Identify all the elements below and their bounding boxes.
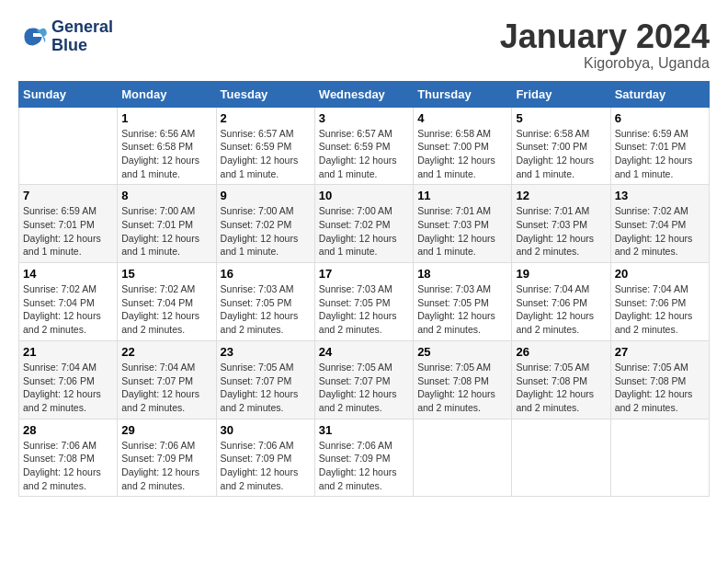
day-number: 14 (23, 267, 113, 281)
calendar-cell: 16Sunrise: 7:03 AMSunset: 7:05 PMDayligh… (216, 263, 314, 341)
day-number: 20 (615, 267, 705, 281)
calendar-cell: 26Sunrise: 7:05 AMSunset: 7:08 PMDayligh… (512, 340, 610, 419)
day-info: Sunrise: 6:58 AMSunset: 7:00 PMDaylight:… (516, 127, 606, 181)
day-info: Sunrise: 7:02 AMSunset: 7:04 PMDaylight:… (121, 282, 211, 337)
calendar-cell: 7Sunrise: 6:59 AMSunset: 7:01 PMDaylight… (19, 185, 118, 263)
day-info: Sunrise: 7:06 AMSunset: 7:09 PMDaylight:… (121, 439, 211, 493)
calendar-cell (610, 419, 709, 497)
week-row-2: 7Sunrise: 6:59 AMSunset: 7:01 PMDaylight… (19, 185, 710, 263)
header-thursday: Thursday (414, 81, 512, 107)
calendar-cell: 13Sunrise: 7:02 AMSunset: 7:04 PMDayligh… (610, 185, 709, 263)
day-info: Sunrise: 7:05 AMSunset: 7:08 PMDaylight:… (516, 361, 606, 415)
calendar-cell: 17Sunrise: 7:03 AMSunset: 7:05 PMDayligh… (314, 263, 413, 341)
day-info: Sunrise: 6:58 AMSunset: 7:00 PMDaylight:… (417, 127, 507, 181)
week-row-1: 1Sunrise: 6:56 AMSunset: 6:58 PMDaylight… (19, 107, 710, 185)
header-friday: Friday (512, 81, 610, 107)
day-info: Sunrise: 7:04 AMSunset: 7:07 PMDaylight:… (121, 361, 211, 415)
day-info: Sunrise: 7:04 AMSunset: 7:06 PMDaylight:… (615, 282, 705, 337)
logo: General Blue (18, 18, 113, 55)
month-year: January 2024 (500, 18, 710, 55)
day-info: Sunrise: 7:04 AMSunset: 7:06 PMDaylight:… (516, 282, 606, 337)
calendar-cell (512, 419, 610, 497)
calendar-cell: 22Sunrise: 7:04 AMSunset: 7:07 PMDayligh… (118, 340, 216, 419)
day-info: Sunrise: 6:56 AMSunset: 6:58 PMDaylight:… (121, 127, 211, 181)
day-number: 16 (221, 267, 311, 281)
calendar-cell: 9Sunrise: 7:00 AMSunset: 7:02 PMDaylight… (216, 185, 314, 263)
day-number: 17 (319, 267, 409, 281)
day-info: Sunrise: 7:06 AMSunset: 7:09 PMDaylight:… (319, 439, 409, 493)
day-number: 9 (221, 189, 311, 202)
calendar-cell: 14Sunrise: 7:02 AMSunset: 7:04 PMDayligh… (19, 263, 118, 341)
day-info: Sunrise: 6:59 AMSunset: 7:01 PMDaylight:… (23, 204, 113, 259)
day-number: 30 (221, 423, 311, 437)
calendar-cell: 15Sunrise: 7:02 AMSunset: 7:04 PMDayligh… (118, 263, 216, 341)
day-info: Sunrise: 7:04 AMSunset: 7:06 PMDaylight:… (23, 361, 113, 415)
location: Kigorobya, Uganda (500, 55, 710, 72)
day-number: 23 (221, 345, 311, 359)
day-info: Sunrise: 7:05 AMSunset: 7:08 PMDaylight:… (417, 361, 507, 415)
calendar-cell: 5Sunrise: 6:58 AMSunset: 7:00 PMDaylight… (512, 107, 610, 185)
day-number: 6 (615, 111, 705, 125)
day-info: Sunrise: 7:05 AMSunset: 7:07 PMDaylight:… (221, 361, 311, 415)
calendar-cell: 23Sunrise: 7:05 AMSunset: 7:07 PMDayligh… (216, 340, 314, 419)
calendar-cell: 18Sunrise: 7:03 AMSunset: 7:05 PMDayligh… (414, 263, 512, 341)
calendar-cell: 24Sunrise: 7:05 AMSunset: 7:07 PMDayligh… (314, 340, 413, 419)
calendar-cell: 20Sunrise: 7:04 AMSunset: 7:06 PMDayligh… (610, 263, 709, 341)
calendar-cell: 30Sunrise: 7:06 AMSunset: 7:09 PMDayligh… (216, 419, 314, 497)
day-number: 19 (516, 267, 606, 281)
week-row-4: 21Sunrise: 7:04 AMSunset: 7:06 PMDayligh… (19, 340, 710, 419)
calendar-cell: 29Sunrise: 7:06 AMSunset: 7:09 PMDayligh… (118, 419, 216, 497)
calendar-cell: 25Sunrise: 7:05 AMSunset: 7:08 PMDayligh… (414, 340, 512, 419)
week-row-3: 14Sunrise: 7:02 AMSunset: 7:04 PMDayligh… (19, 263, 710, 341)
calendar-cell: 21Sunrise: 7:04 AMSunset: 7:06 PMDayligh… (19, 340, 118, 419)
day-info: Sunrise: 7:06 AMSunset: 7:08 PMDaylight:… (23, 439, 113, 493)
day-number: 8 (121, 189, 211, 202)
calendar-cell: 10Sunrise: 7:00 AMSunset: 7:02 PMDayligh… (314, 185, 413, 263)
day-number: 1 (121, 111, 211, 125)
day-info: Sunrise: 7:03 AMSunset: 7:05 PMDaylight:… (417, 282, 507, 337)
calendar-cell: 6Sunrise: 6:59 AMSunset: 7:01 PMDaylight… (610, 107, 709, 185)
day-info: Sunrise: 6:59 AMSunset: 7:01 PMDaylight:… (615, 127, 705, 181)
header-sunday: Sunday (19, 81, 118, 107)
day-info: Sunrise: 7:00 AMSunset: 7:02 PMDaylight:… (221, 204, 311, 259)
day-info: Sunrise: 7:05 AMSunset: 7:07 PMDaylight:… (319, 361, 409, 415)
title-section: January 2024 Kigorobya, Uganda (500, 18, 710, 72)
calendar-cell: 31Sunrise: 7:06 AMSunset: 7:09 PMDayligh… (314, 419, 413, 497)
calendar-cell: 12Sunrise: 7:01 AMSunset: 7:03 PMDayligh… (512, 185, 610, 263)
day-info: Sunrise: 7:00 AMSunset: 7:01 PMDaylight:… (121, 204, 211, 259)
day-info: Sunrise: 7:00 AMSunset: 7:02 PMDaylight:… (319, 204, 409, 259)
day-number: 27 (615, 345, 705, 359)
day-info: Sunrise: 7:06 AMSunset: 7:09 PMDaylight:… (221, 439, 311, 493)
header-monday: Monday (118, 81, 216, 107)
calendar-cell: 1Sunrise: 6:56 AMSunset: 6:58 PMDaylight… (118, 107, 216, 185)
header-saturday: Saturday (610, 81, 709, 107)
header-wednesday: Wednesday (314, 81, 413, 107)
logo-icon (18, 22, 48, 52)
calendar-cell: 4Sunrise: 6:58 AMSunset: 7:00 PMDaylight… (414, 107, 512, 185)
logo-text: General Blue (51, 18, 113, 55)
calendar-cell: 2Sunrise: 6:57 AMSunset: 6:59 PMDaylight… (216, 107, 314, 185)
calendar-cell: 27Sunrise: 7:05 AMSunset: 7:08 PMDayligh… (610, 340, 709, 419)
day-number: 7 (23, 189, 113, 202)
day-number: 15 (121, 267, 211, 281)
day-number: 11 (417, 189, 507, 202)
day-number: 22 (121, 345, 211, 359)
day-number: 28 (23, 423, 113, 437)
day-number: 18 (417, 267, 507, 281)
day-number: 29 (121, 423, 211, 437)
day-number: 13 (615, 189, 705, 202)
calendar-cell: 8Sunrise: 7:00 AMSunset: 7:01 PMDaylight… (118, 185, 216, 263)
day-info: Sunrise: 7:03 AMSunset: 7:05 PMDaylight:… (221, 282, 311, 337)
day-info: Sunrise: 7:02 AMSunset: 7:04 PMDaylight:… (615, 204, 705, 259)
calendar-table: SundayMondayTuesdayWednesdayThursdayFrid… (18, 81, 710, 498)
day-number: 31 (319, 423, 409, 437)
day-info: Sunrise: 7:03 AMSunset: 7:05 PMDaylight:… (319, 282, 409, 337)
day-number: 21 (23, 345, 113, 359)
day-info: Sunrise: 7:05 AMSunset: 7:08 PMDaylight:… (615, 361, 705, 415)
day-info: Sunrise: 7:01 AMSunset: 7:03 PMDaylight:… (516, 204, 606, 259)
calendar-cell: 3Sunrise: 6:57 AMSunset: 6:59 PMDaylight… (314, 107, 413, 185)
day-number: 10 (319, 189, 409, 202)
day-info: Sunrise: 7:02 AMSunset: 7:04 PMDaylight:… (23, 282, 113, 337)
day-number: 2 (221, 111, 311, 125)
day-number: 12 (516, 189, 606, 202)
